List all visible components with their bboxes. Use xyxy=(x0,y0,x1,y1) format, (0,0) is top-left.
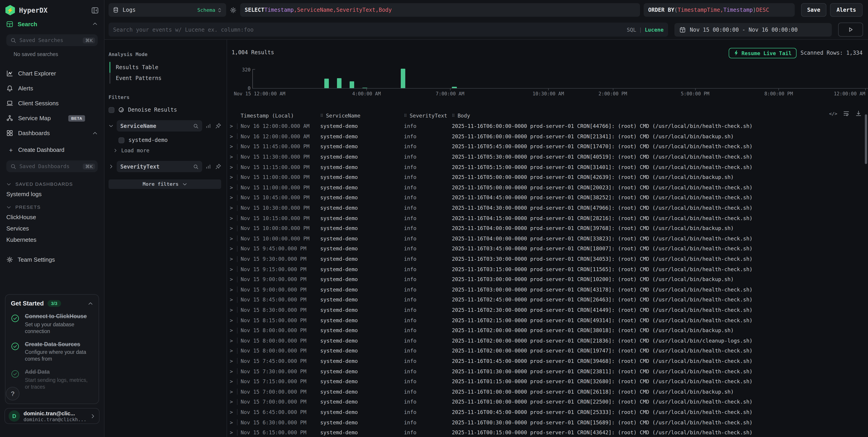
sidebar-item-service-map[interactable]: Service Map BETA xyxy=(0,111,104,126)
saved-searches-input[interactable] xyxy=(20,37,83,43)
table-row[interactable]: >Nov 15 10:00:00.000 PMsystemd-demoinfo2… xyxy=(227,223,864,233)
event-search[interactable]: SQL|Lucene xyxy=(108,23,668,37)
histogram-bar[interactable] xyxy=(701,69,707,89)
histogram-bar[interactable] xyxy=(259,69,266,89)
row-expand-chevron[interactable]: > xyxy=(230,276,236,282)
histogram-bar[interactable] xyxy=(630,69,637,89)
histogram-bar[interactable] xyxy=(797,69,803,89)
user-menu[interactable]: D dominic.tran@clic... dominic.tran@clic… xyxy=(4,408,99,424)
histogram-bar[interactable] xyxy=(311,69,317,89)
pin-icon[interactable] xyxy=(215,164,221,169)
analysis-mode-results-table[interactable]: Results Table xyxy=(110,62,221,73)
preset-item-services[interactable]: Services xyxy=(0,223,104,234)
histogram-bar[interactable] xyxy=(669,69,675,89)
histogram-bar[interactable] xyxy=(617,69,624,89)
table-row[interactable]: >Nov 15 6:15:00.000 PMsystemd-demoinfo20… xyxy=(227,428,864,437)
table-row[interactable]: >Nov 15 8:00:00.000 PMsystemd-demoinfo20… xyxy=(227,336,864,346)
histogram-bar[interactable] xyxy=(688,69,694,89)
create-dashboard-button[interactable]: + Create Dashboard xyxy=(0,143,104,157)
filter-value-row[interactable]: systemd-demo xyxy=(119,137,221,143)
wrap-lines-icon[interactable] xyxy=(843,110,849,116)
row-expand-chevron[interactable]: > xyxy=(230,184,236,191)
histogram-bar[interactable] xyxy=(406,69,413,89)
histogram-bar[interactable] xyxy=(413,69,419,89)
histogram-bar[interactable] xyxy=(739,69,745,89)
save-button[interactable]: Save xyxy=(801,3,827,17)
histogram-bar[interactable] xyxy=(477,69,483,89)
load-more-button[interactable]: Load more xyxy=(113,147,221,154)
histogram-bar[interactable] xyxy=(784,69,790,89)
row-expand-chevron[interactable]: > xyxy=(230,378,236,384)
histogram-bar[interactable] xyxy=(541,69,547,89)
table-row[interactable]: >Nov 15 9:00:00.000 PMsystemd-demoinfo20… xyxy=(227,284,864,295)
table-row[interactable]: >Nov 15 7:30:00.000 PMsystemd-demoinfo20… xyxy=(227,366,864,376)
get-started-item[interactable]: Connect to ClickHouse Set up your databa… xyxy=(11,313,93,335)
drag-grip-icon[interactable]: ⠿ xyxy=(452,113,455,118)
column-header-servicename[interactable]: ⠿ServiceName xyxy=(320,112,404,119)
table-row[interactable]: >Nov 15 10:30:00.000 PMsystemd-demoinfo2… xyxy=(227,203,864,213)
table-row[interactable]: >Nov 15 9:00:00.000 PMsystemd-demoinfo20… xyxy=(227,274,864,284)
sql-toggle[interactable]: SQL xyxy=(627,27,636,33)
filter-group-search[interactable]: ServiceName xyxy=(117,120,202,132)
chevron-right-icon[interactable] xyxy=(108,164,114,169)
table-row[interactable]: >Nov 15 10:15:00.000 PMsystemd-demoinfo2… xyxy=(227,213,864,223)
row-expand-chevron[interactable]: > xyxy=(230,205,236,211)
table-row[interactable]: >Nov 15 8:15:00.000 PMsystemd-demoinfo20… xyxy=(227,315,864,325)
histogram-bar[interactable] xyxy=(298,69,304,89)
histogram-bar[interactable] xyxy=(470,69,477,89)
sidebar-item-dashboards[interactable]: Dashboards xyxy=(0,126,104,140)
histogram-bar[interactable] xyxy=(771,69,777,89)
histogram-bar[interactable] xyxy=(419,69,425,89)
histogram-bar[interactable] xyxy=(547,69,553,89)
row-expand-chevron[interactable]: > xyxy=(230,154,236,160)
histogram-bar[interactable] xyxy=(362,69,368,89)
row-expand-chevron[interactable]: > xyxy=(230,419,236,426)
select-clause-input[interactable]: SELECT Timestamp,ServiceName,SeverityTex… xyxy=(240,3,640,17)
alerts-button[interactable]: Alerts xyxy=(830,3,863,17)
table-row[interactable]: >Nov 15 7:00:00.000 PMsystemd-demoinfo20… xyxy=(227,397,864,407)
histogram-bar[interactable] xyxy=(726,69,733,89)
pin-icon[interactable] xyxy=(215,123,221,129)
preset-item-kubernetes[interactable]: Kubernetes xyxy=(0,234,104,245)
histogram-bar[interactable] xyxy=(330,69,336,89)
view-source-icon[interactable]: </> xyxy=(829,111,837,116)
histogram-bar[interactable] xyxy=(381,69,387,89)
row-expand-chevron[interactable]: > xyxy=(230,399,236,405)
histogram-bar[interactable] xyxy=(400,69,406,89)
histogram-bar[interactable] xyxy=(560,69,566,89)
histogram-bar[interactable] xyxy=(643,69,649,89)
table-row[interactable]: >Nov 15 9:30:00.000 PMsystemd-demoinfo20… xyxy=(227,254,864,264)
histogram-bar[interactable] xyxy=(579,69,585,89)
row-expand-chevron[interactable]: > xyxy=(230,174,236,180)
row-expand-chevron[interactable]: > xyxy=(230,246,236,252)
histogram-bar[interactable] xyxy=(426,69,432,89)
histogram-bar[interactable] xyxy=(438,69,445,89)
histogram-bar[interactable] xyxy=(861,69,867,89)
event-search-input[interactable] xyxy=(113,27,622,33)
histogram-bar[interactable] xyxy=(854,69,860,89)
chevron-down-icon[interactable] xyxy=(108,123,114,128)
histogram-bar[interactable] xyxy=(528,69,534,89)
sidebar-item-search[interactable]: Search xyxy=(0,17,104,31)
table-row[interactable]: >Nov 16 12:00:00.000 AMsystemd-demoinfo2… xyxy=(227,131,864,141)
histogram-bar[interactable] xyxy=(624,69,630,89)
row-expand-chevron[interactable]: > xyxy=(230,164,236,170)
histogram-bar[interactable] xyxy=(291,69,298,89)
table-row[interactable]: >Nov 15 11:30:00.000 PMsystemd-demoinfo2… xyxy=(227,152,864,162)
histogram-bar[interactable] xyxy=(508,69,515,89)
chevron-up-icon[interactable] xyxy=(88,301,93,306)
histogram-bar[interactable] xyxy=(816,69,822,89)
histogram-bar[interactable] xyxy=(745,69,752,89)
row-expand-chevron[interactable]: > xyxy=(230,235,236,242)
histogram-bar[interactable] xyxy=(349,69,355,89)
histogram-bar[interactable] xyxy=(809,69,815,89)
drag-grip-icon[interactable]: ⠿ xyxy=(404,113,407,118)
row-expand-chevron[interactable]: > xyxy=(230,317,236,323)
histogram-bar[interactable] xyxy=(253,69,259,89)
histogram-bar[interactable] xyxy=(355,69,362,89)
sidebar-item-team-settings[interactable]: Team Settings xyxy=(0,253,104,266)
row-expand-chevron[interactable]: > xyxy=(230,348,236,354)
row-expand-chevron[interactable]: > xyxy=(230,368,236,374)
histogram-bar[interactable] xyxy=(489,69,496,89)
histogram-bar[interactable] xyxy=(656,69,662,89)
